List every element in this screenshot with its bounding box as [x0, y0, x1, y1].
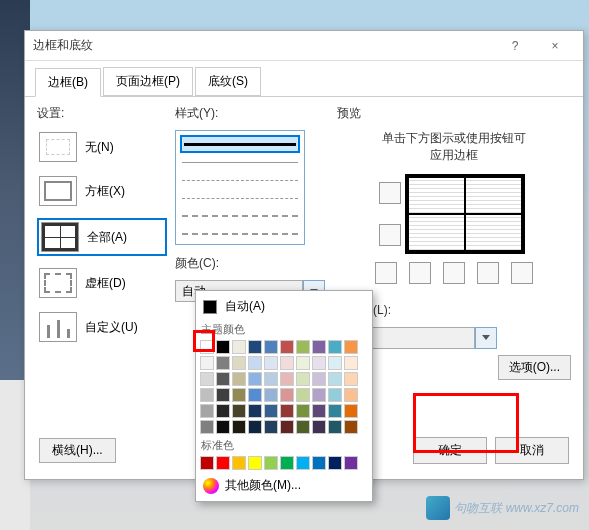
color-swatch[interactable]	[344, 356, 358, 370]
color-swatch[interactable]	[296, 340, 310, 354]
style-dash1[interactable]	[180, 171, 300, 189]
color-swatch[interactable]	[200, 420, 214, 434]
color-swatch[interactable]	[312, 372, 326, 386]
preview-diag2-button[interactable]	[511, 262, 533, 284]
color-swatch[interactable]	[296, 404, 310, 418]
color-swatch[interactable]	[296, 456, 310, 470]
color-swatch[interactable]	[344, 404, 358, 418]
color-swatch[interactable]	[200, 340, 214, 354]
color-swatch[interactable]	[248, 356, 262, 370]
color-swatch[interactable]	[216, 456, 230, 470]
color-swatch[interactable]	[280, 420, 294, 434]
color-swatch[interactable]	[248, 420, 262, 434]
color-swatch[interactable]	[232, 456, 246, 470]
color-swatch[interactable]	[328, 456, 342, 470]
preview-hmid-border-button[interactable]	[379, 224, 401, 246]
color-swatch[interactable]	[344, 372, 358, 386]
color-swatch[interactable]	[280, 356, 294, 370]
color-swatch[interactable]	[296, 356, 310, 370]
color-swatch[interactable]	[344, 340, 358, 354]
color-swatch[interactable]	[312, 404, 326, 418]
color-swatch[interactable]	[328, 340, 342, 354]
color-swatch[interactable]	[248, 388, 262, 402]
horizontal-line-button[interactable]: 横线(H)...	[39, 438, 116, 463]
color-swatch[interactable]	[312, 356, 326, 370]
color-swatch[interactable]	[280, 404, 294, 418]
setting-box[interactable]: 方框(X)	[37, 174, 167, 208]
color-swatch[interactable]	[264, 372, 278, 386]
color-swatch[interactable]	[264, 356, 278, 370]
color-swatch[interactable]	[200, 456, 214, 470]
preview-right-border-button[interactable]	[477, 262, 499, 284]
tab-shading[interactable]: 底纹(S)	[195, 67, 261, 96]
color-swatch[interactable]	[264, 388, 278, 402]
color-swatch[interactable]	[232, 372, 246, 386]
color-swatch[interactable]	[264, 404, 278, 418]
preview-left-border-button[interactable]	[409, 262, 431, 284]
setting-grid-dash[interactable]: 虚框(D)	[37, 266, 167, 300]
color-swatch[interactable]	[248, 340, 262, 354]
tab-page-border[interactable]: 页面边框(P)	[103, 67, 193, 96]
color-swatch[interactable]	[216, 340, 230, 354]
preview-table[interactable]	[405, 174, 525, 254]
color-swatch[interactable]	[200, 356, 214, 370]
style-dash2[interactable]	[180, 189, 300, 207]
color-swatch[interactable]	[344, 388, 358, 402]
color-swatch[interactable]	[232, 356, 246, 370]
color-swatch[interactable]	[264, 420, 278, 434]
help-button[interactable]: ?	[495, 32, 535, 60]
more-colors-option[interactable]: 其他颜色(M)...	[200, 474, 368, 497]
options-button[interactable]: 选项(O)...	[498, 355, 571, 380]
color-swatch[interactable]	[200, 372, 214, 386]
color-swatch[interactable]	[312, 388, 326, 402]
color-swatch[interactable]	[216, 372, 230, 386]
color-swatch[interactable]	[216, 404, 230, 418]
color-swatch[interactable]	[216, 356, 230, 370]
color-swatch[interactable]	[264, 340, 278, 354]
color-swatch[interactable]	[200, 388, 214, 402]
color-swatch[interactable]	[248, 456, 262, 470]
color-swatch[interactable]	[328, 420, 342, 434]
preview-vmid-border-button[interactable]	[443, 262, 465, 284]
color-swatch[interactable]	[344, 420, 358, 434]
preview-top-border-button[interactable]	[379, 182, 401, 204]
color-swatch[interactable]	[216, 388, 230, 402]
color-swatch[interactable]	[232, 388, 246, 402]
color-swatch[interactable]	[232, 340, 246, 354]
color-swatch[interactable]	[280, 388, 294, 402]
color-swatch[interactable]	[216, 420, 230, 434]
color-swatch[interactable]	[296, 372, 310, 386]
color-swatch[interactable]	[328, 372, 342, 386]
color-swatch[interactable]	[328, 356, 342, 370]
setting-none[interactable]: 无(N)	[37, 130, 167, 164]
color-swatch[interactable]	[312, 340, 326, 354]
color-swatch[interactable]	[232, 404, 246, 418]
color-swatch[interactable]	[264, 456, 278, 470]
color-swatch[interactable]	[280, 340, 294, 354]
apply-dropdown-button[interactable]	[475, 327, 497, 349]
style-listbox[interactable]	[175, 130, 305, 245]
style-dash3[interactable]	[180, 207, 300, 225]
color-swatch[interactable]	[248, 404, 262, 418]
color-swatch[interactable]	[232, 420, 246, 434]
color-swatch[interactable]	[312, 456, 326, 470]
auto-color-option[interactable]: 自动(A)	[200, 295, 368, 318]
setting-all[interactable]: 全部(A)	[37, 218, 167, 256]
tab-border[interactable]: 边框(B)	[35, 68, 101, 97]
cancel-button[interactable]: 取消	[495, 437, 569, 464]
color-swatch[interactable]	[200, 404, 214, 418]
color-swatch[interactable]	[248, 372, 262, 386]
style-dash4[interactable]	[180, 225, 300, 243]
color-swatch[interactable]	[328, 404, 342, 418]
color-swatch[interactable]	[296, 420, 310, 434]
preview-diag1-button[interactable]	[375, 262, 397, 284]
color-swatch[interactable]	[312, 420, 326, 434]
color-swatch[interactable]	[280, 372, 294, 386]
style-thin[interactable]	[180, 153, 300, 171]
setting-custom[interactable]: 自定义(U)	[37, 310, 167, 344]
close-button[interactable]: ×	[535, 32, 575, 60]
style-solid-thick[interactable]	[180, 135, 300, 153]
color-swatch[interactable]	[296, 388, 310, 402]
ok-button[interactable]: 确定	[413, 437, 487, 464]
color-swatch[interactable]	[328, 388, 342, 402]
